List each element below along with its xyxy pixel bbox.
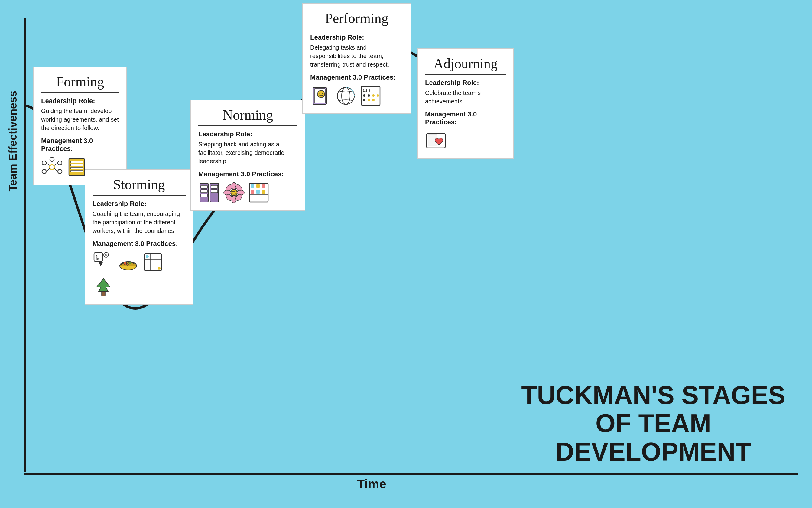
norming-management-label: Management 3.0 Practices: [198,170,298,178]
metrics-icon: 1 2 3 [360,85,381,107]
x-axis-label: Time [357,477,386,491]
forming-leadership-label: Leadership Role: [41,97,119,105]
globe-icon [335,85,357,107]
svg-point-2 [42,169,46,174]
svg-text:10: 10 [95,258,99,261]
svg-rect-36 [201,185,208,188]
forming-leadership-text: Guiding the team, develop working agreem… [41,107,119,132]
norming-leadership-label: Leadership Role: [198,130,298,138]
main-title-line1: TUCKMAN'S STAGES [521,381,785,410]
adjourning-management-label: Management 3.0 Practices: [425,110,506,126]
norming-leadership-text: Stepping back and acting as a facilitato… [198,140,298,165]
svg-point-68 [319,92,320,94]
storming-management-label: Management 3.0 Practices: [92,240,186,248]
svg-line-10 [54,163,58,165]
svg-point-23 [124,262,127,265]
svg-text:1 2 3: 1 2 3 [363,89,370,92]
adjourning-title: Adjourning [425,56,506,72]
svg-point-77 [372,94,374,97]
kudo-icon [425,130,447,152]
svg-rect-15 [71,170,83,172]
svg-point-25 [127,264,129,265]
main-title: TUCKMAN'S STAGES OF TEAM DEVELOPMENT [510,381,797,466]
svg-point-75 [363,94,365,97]
svg-rect-63 [256,190,260,194]
storming-leadership-text: Coaching the team, encouraging the parti… [92,210,186,235]
adjourning-icons [425,130,506,152]
svg-point-69 [322,92,323,94]
svg-point-3 [58,169,62,174]
svg-point-76 [368,94,370,97]
performing-management-label: Management 3.0 Practices: [310,74,403,81]
performing-leadership-label: Leadership Role: [310,34,403,41]
svg-point-5 [58,161,62,165]
grid-icon [248,182,270,204]
forming-management-label: Management 3.0 Practices: [41,137,119,153]
book-icon [310,85,332,107]
svg-line-7 [46,168,50,171]
svg-rect-61 [262,184,265,188]
dice-icon: 5 10 8 [92,251,114,273]
svg-point-52 [232,191,234,192]
svg-rect-37 [201,189,208,193]
performing-icons: 1 2 3 [310,85,403,107]
svg-line-9 [46,163,50,165]
svg-point-51 [231,189,237,196]
svg-point-67 [317,90,325,98]
svg-rect-40 [211,185,218,188]
svg-rect-14 [71,167,83,169]
y-axis-label: Team Effectiveness [7,91,19,192]
svg-point-0 [50,165,54,170]
performing-leadership-text: Delegating tasks and responsibilities to… [310,43,403,69]
svg-rect-13 [71,164,83,166]
performing-title: Performing [310,10,403,26]
svg-rect-41 [211,189,218,193]
board-icon [142,251,164,273]
svg-rect-59 [251,184,254,188]
adjourning-card: Adjourning Leadership Role: Celebrate th… [417,48,514,159]
svg-point-31 [146,255,149,258]
kanban-icon [198,182,220,204]
svg-point-4 [42,161,46,165]
forming-title: Forming [41,74,119,90]
main-title-line2: OF TEAM DEVELOPMENT [555,409,751,466]
flower-icon [223,182,245,204]
adjourning-leadership-label: Leadership Role: [425,79,506,87]
storming-icons: 5 10 8 [92,251,186,298]
norming-title: Norming [198,107,298,123]
storming-card: Storming Leadership Role: Coaching the t… [85,169,193,305]
svg-rect-60 [256,184,260,188]
taco-icon [117,251,139,273]
adjourning-leadership-text: Celebrate the team's achievements. [425,89,506,105]
norming-card: Norming Leadership Role: Stepping back a… [190,100,305,211]
svg-point-79 [363,99,365,101]
svg-marker-19 [98,262,103,266]
svg-point-80 [368,99,370,101]
y-axis [24,18,26,472]
svg-point-81 [372,99,374,101]
norming-icons [198,182,298,204]
forming-card: Forming Leadership Role: Guiding the tea… [33,67,127,185]
svg-point-53 [234,191,235,192]
tree-icon [92,276,114,298]
svg-point-78 [377,94,379,97]
storming-title: Storming [92,177,186,193]
svg-point-1 [50,157,54,162]
svg-marker-34 [97,279,110,292]
x-axis [24,473,798,475]
svg-point-24 [129,261,131,264]
svg-line-8 [54,168,58,171]
svg-rect-38 [201,194,208,197]
svg-rect-62 [251,190,254,194]
performing-card: Performing Leadership Role: Delegating t… [302,3,411,114]
storming-leadership-label: Leadership Role: [92,200,186,208]
svg-rect-12 [71,161,83,163]
svg-text:8: 8 [105,253,107,257]
svg-rect-64 [262,190,265,194]
network-icon [41,156,63,178]
svg-point-32 [157,267,161,270]
